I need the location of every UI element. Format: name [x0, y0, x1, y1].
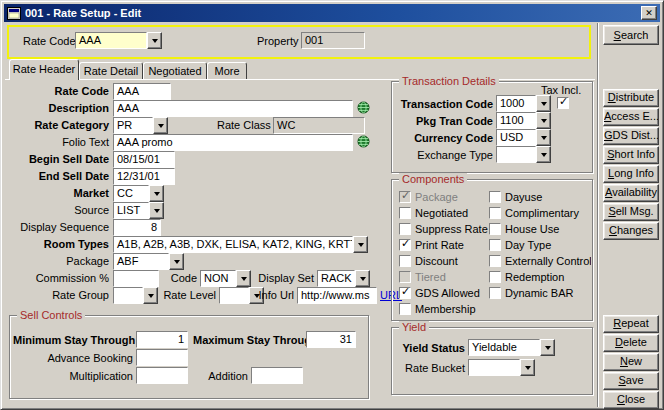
tiered-checkbox-label: Tiered — [415, 270, 485, 284]
tab-rate-header[interactable]: Rate Header — [9, 59, 79, 80]
exchange-type-input[interactable] — [496, 146, 536, 163]
rate-group-dropdown-button[interactable] — [143, 287, 158, 304]
discount-checkbox[interactable] — [399, 255, 411, 267]
yield-status-dropdown-button[interactable] — [540, 339, 555, 356]
maximum-stay-input[interactable]: 31 — [306, 331, 356, 348]
display-set-input[interactable]: RACK — [317, 270, 355, 287]
complimentary-checkbox[interactable] — [489, 207, 501, 219]
changes-button[interactable]: Changes — [603, 222, 659, 240]
currency-code-input[interactable]: USD — [496, 129, 536, 146]
gds-distribution-button[interactable]: GDS Dist... — [603, 127, 659, 145]
minimum-stay-input[interactable]: 1 — [136, 331, 188, 348]
rate-category-input[interactable]: PR — [113, 117, 153, 134]
end-sell-date-input[interactable]: 12/31/01 — [113, 168, 175, 185]
advance-booking-input[interactable] — [136, 349, 188, 366]
tab-more[interactable]: More — [207, 62, 247, 79]
commission-input[interactable] — [113, 270, 159, 287]
minimum-stay-label: Minimum Stay Through — [13, 333, 133, 347]
redemption-checkbox[interactable] — [489, 271, 501, 283]
rate-class-field: WC — [273, 117, 365, 134]
addition-input[interactable] — [251, 367, 303, 384]
pkg-tran-code-input[interactable]: 1100 — [496, 112, 536, 129]
sell-controls-title: Sell Controls — [17, 309, 85, 321]
currency-code-dropdown-button[interactable] — [536, 129, 551, 146]
rate-category-dropdown-button[interactable] — [153, 117, 168, 134]
exchange-type-dropdown-button[interactable] — [536, 146, 551, 163]
room-types-label: Room Types — [9, 237, 109, 251]
gds-allowed-checkbox[interactable] — [399, 287, 411, 299]
house-use-checkbox[interactable] — [489, 223, 501, 235]
rate-group-label: Rate Group — [9, 288, 109, 302]
description-globe-icon[interactable] — [357, 101, 370, 114]
rate-group-input[interactable] — [113, 287, 143, 304]
header-property-field: 001 — [301, 32, 365, 49]
new-button[interactable]: New — [603, 353, 659, 371]
header-rate-code-dropdown-button[interactable] — [147, 32, 162, 49]
code-dropdown-button[interactable] — [236, 270, 251, 287]
access-exclusive-button[interactable]: Access E... — [603, 108, 659, 126]
sell-msg-button[interactable]: Sell Msg. — [603, 203, 659, 221]
tax-incl-checkbox[interactable] — [557, 97, 569, 109]
discount-checkbox-label: Discount — [415, 254, 485, 268]
yield-title: Yield — [399, 321, 429, 333]
display-sequence-label: Display Sequence — [9, 220, 109, 234]
externally-controlled-checkbox-label: Externally Controll... — [505, 254, 591, 268]
externally-controlled-checkbox[interactable] — [489, 255, 501, 267]
rate-bucket-label: Rate Bucket — [395, 361, 465, 375]
package-dropdown-button[interactable] — [169, 253, 184, 270]
pkg-tran-code-dropdown-button[interactable] — [536, 112, 551, 129]
close-button[interactable]: ✕ — [641, 6, 657, 20]
tab-rate-detail[interactable]: Rate Detail — [79, 62, 143, 79]
rate-code-input[interactable]: AAA — [113, 83, 171, 100]
yield-status-input[interactable]: Yieldable — [468, 339, 540, 356]
transaction-code-dropdown-button[interactable] — [536, 95, 551, 112]
distribute-button[interactable]: Distribute — [603, 89, 659, 107]
delete-button[interactable]: Delete — [603, 334, 659, 352]
title-bar[interactable]: 001 - Rate Setup - Edit ✕ — [4, 4, 660, 22]
dayuse-checkbox[interactable] — [489, 191, 501, 203]
dynamic-bar-checkbox[interactable] — [489, 287, 501, 299]
tiered-checkbox — [399, 271, 411, 283]
room-types-input[interactable]: A1B, A2B, A3B, DXK, ELISA, KAT2, KING, K… — [113, 236, 353, 253]
source-input[interactable]: LIST — [113, 202, 149, 219]
redemption-checkbox-label: Redemption — [505, 270, 591, 284]
market-input[interactable]: CC — [113, 185, 149, 202]
room-types-dropdown-button[interactable] — [353, 236, 368, 253]
repeat-button[interactable]: Repeat — [603, 315, 659, 333]
negotiated-checkbox[interactable] — [399, 207, 411, 219]
search-button[interactable]: Search — [603, 25, 659, 45]
long-info-button[interactable]: Long Info — [603, 165, 659, 183]
print-rate-checkbox[interactable] — [399, 239, 411, 251]
save-button[interactable]: Save — [603, 372, 659, 390]
description-label: Description — [9, 101, 109, 115]
code-label: Code — [163, 271, 197, 285]
folio-text-globe-icon[interactable] — [357, 135, 370, 148]
suppress-rate-checkbox[interactable] — [399, 223, 411, 235]
short-info-button[interactable]: Short Info — [603, 146, 659, 164]
display-set-dropdown-button[interactable] — [355, 270, 370, 287]
availability-button[interactable]: Availability — [603, 184, 659, 202]
rate-bucket-dropdown-button[interactable] — [520, 359, 535, 376]
code-input[interactable]: NON — [200, 270, 236, 287]
transaction-code-input[interactable]: 1000 — [496, 95, 536, 112]
tab-negotiated[interactable]: Negotiated — [143, 62, 207, 79]
rate-bucket-input[interactable] — [468, 359, 520, 376]
membership-checkbox[interactable] — [399, 303, 411, 315]
dayuse-checkbox-label: Dayuse — [505, 190, 591, 204]
multiplication-input[interactable] — [136, 367, 188, 384]
header-rate-code-input[interactable]: AAA — [75, 32, 147, 49]
tab-content-border — [5, 79, 595, 80]
day-type-checkbox[interactable] — [489, 239, 501, 251]
folio-text-input[interactable]: AAA promo — [113, 134, 353, 151]
close-window-button[interactable]: Close — [603, 391, 659, 409]
day-type-checkbox-label: Day Type — [505, 238, 591, 252]
package-input[interactable]: ABF — [113, 253, 169, 270]
description-input[interactable]: AAA — [113, 100, 353, 117]
display-sequence-input[interactable]: 8 — [113, 219, 161, 236]
info-url-input[interactable]: http://www.ms — [297, 287, 377, 304]
source-dropdown-button[interactable] — [149, 202, 164, 219]
begin-sell-date-input[interactable]: 08/15/01 — [113, 151, 175, 168]
pkg-tran-code-label: Pkg Tran Code — [395, 114, 493, 128]
market-dropdown-button[interactable] — [149, 185, 164, 202]
rate-level-input[interactable] — [219, 287, 249, 304]
